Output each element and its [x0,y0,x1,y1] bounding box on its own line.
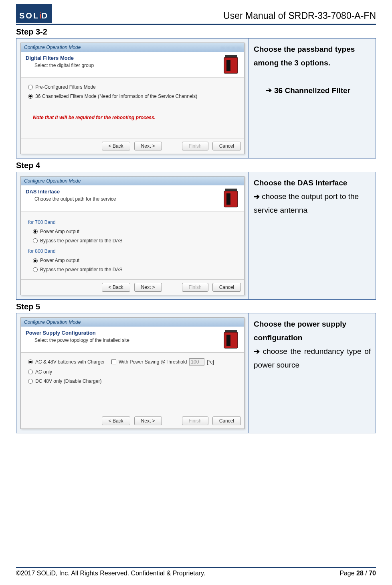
svg-rect-2 [226,60,230,71]
radio-option[interactable]: DC 48V only (Disable Charger) [28,377,237,386]
step-row: Configure Operation Mode Power Supply Co… [16,313,376,433]
desc-arrow-text: 36 Channelized Filter [274,84,350,98]
wizard-titlebar: Configure Operation Mode [21,318,244,327]
screenshot-cell: Configure Operation Mode DAS Interface C… [16,172,249,299]
wizard-body: for 700 Band Power Amp output Bypass the… [21,211,244,279]
footer-right: Page 28 / 70 [339,570,376,577]
radio-option[interactable]: Power Amp output [33,256,237,265]
device-icon [222,189,239,208]
radio-icon [28,94,33,99]
wizard-window: Configure Operation Mode Power Supply Co… [20,317,244,429]
note-text: Note that it will be required for the re… [33,113,237,122]
header-text: DAS Interface Choose the output path for… [26,189,116,208]
radio-option[interactable]: 36 Channelized Filters Mode (Need for In… [28,92,237,101]
option-label: Power Amp output [40,256,79,265]
svg-rect-6 [225,330,237,332]
description-cell: Choose the power supply configuration ➔ … [249,313,376,433]
back-button[interactable]: < Back [102,416,130,425]
cancel-button[interactable]: Cancel [212,142,241,150]
step-row: Configure Operation Mode DAS Interface C… [16,172,376,300]
header-bold: Power Supply Configuration [26,330,129,336]
wizard-buttons: < Back Next > Finish Cancel [21,138,244,154]
radio-option[interactable]: Power Amp output [33,227,237,236]
page-header: SOLiD User Manual of SRDR-33-7080-A-FN [16,0,376,25]
page-total: 70 [369,570,376,577]
step-label: Step 5 [16,302,376,311]
description-cell: Choose the DAS Interface ➔ choose the ou… [249,172,376,299]
svg-rect-0 [225,55,237,57]
header-bold: Digital Filters Mode [26,55,94,61]
threshold-input[interactable] [189,358,204,366]
svg-rect-5 [226,193,230,205]
device-icon [222,55,239,74]
next-button[interactable]: Next > [134,142,162,150]
option-label: Bypass the power amplifier to the DAS [40,236,122,246]
header-text: Digital Filters Mode Select the digital … [26,55,94,74]
header-sub: Select the powe topology of the installe… [34,337,129,343]
step-row: Configure Operation Mode ··· ··· ··· ···… [16,38,376,158]
radio-option[interactable]: Bypass the power amplifier to the DAS [33,236,237,246]
description-cell: Choose the passband types among the 3 op… [249,39,376,158]
radio-icon [28,85,33,89]
arrow-icon: ➔ [266,84,272,97]
radio-icon [28,379,33,384]
header-bold: DAS Interface [26,189,116,195]
document-title: User Manual of SRDR-33-7080-A-FN [223,10,376,23]
radio-option[interactable]: Pre-Configured Filters Mode [28,83,237,92]
threshold-label: With Power Saving @Threshold [119,358,187,367]
header-sub: Select the digital filter group [34,63,94,68]
option-label: Bypass the power amplifier to the DAS [40,265,122,274]
wizard-header: Digital Filters Mode Select the digital … [21,52,244,78]
step-label: Step 4 [16,161,376,170]
option-label: DC 48V only (Disable Charger) [35,377,101,386]
logo: SOLiD [16,4,52,23]
svg-rect-4 [224,191,238,207]
wizard-header: Power Supply Configuration Select the po… [21,327,244,353]
wizard-body: AC & 48V batteries with Charger With Pow… [21,353,244,413]
threshold-unit: [°c] [207,358,214,367]
radio-option[interactable]: AC & 48V batteries with Charger [28,358,105,367]
back-button[interactable]: < Back [102,142,130,150]
checkbox-icon [111,360,116,364]
radio-option[interactable]: AC only [28,368,237,377]
desc-bold: Choose the passband types among the 3 op… [254,43,371,70]
header-text: Power Supply Configuration Select the po… [26,330,129,349]
wizard-buttons: < Back Next > Finish Cancel [21,279,244,295]
page-prefix: Page [339,570,356,577]
svg-rect-7 [224,332,238,348]
footer-left: ©2017 SOLiD, Inc. All Rights Reserved. C… [16,570,205,577]
option-label: 36 Channelized Filters Mode (Need for In… [35,92,197,101]
option-label: Pre-Configured Filters Mode [35,83,96,92]
radio-icon [33,267,38,272]
page-footer: ©2017 SOLiD, Inc. All Rights Reserved. C… [16,567,376,577]
wizard-body: Pre-Configured Filters Mode 36 Channeliz… [21,78,244,138]
wizard-titlebar: Configure Operation Mode [21,177,244,185]
radio-icon [33,258,38,263]
wizard-header: DAS Interface Choose the output path for… [21,185,244,211]
step-label: Step 3-2 [16,27,376,37]
checkbox-option[interactable]: With Power Saving @Threshold [°c] [111,358,214,367]
cancel-button[interactable]: Cancel [212,416,241,425]
arrow-icon: ➔ [254,345,260,358]
finish-button: Finish [182,142,208,150]
desc-bold: Choose the DAS Interface [254,176,371,190]
next-button[interactable]: Next > [134,283,162,292]
next-button[interactable]: Next > [134,416,162,425]
option-label: AC & 48V batteries with Charger [35,358,105,367]
desc-plain: choose the redundancy type of power sour… [254,347,371,369]
radio-icon [28,370,33,374]
wizard-titlebar: Configure Operation Mode ··· ··· ··· ··· [21,43,244,52]
radio-option[interactable]: Bypass the power amplifier to the DAS [33,265,237,274]
section-title: for 700 Band [28,218,237,227]
wizard-title: Configure Operation Mode [24,178,81,184]
back-button[interactable]: < Back [102,283,130,292]
cancel-button[interactable]: Cancel [212,283,241,292]
wizard-buttons: < Back Next > Finish Cancel [21,413,244,429]
logo-text-left: SOL [19,11,39,20]
screenshot-cell: Configure Operation Mode Power Supply Co… [16,313,249,433]
desc-bold: Choose the power supply configuration [254,317,371,345]
device-icon [222,330,239,349]
radio-icon [28,360,33,364]
desc-plain: choose the output port to the service an… [254,192,359,214]
svg-rect-8 [226,335,230,346]
